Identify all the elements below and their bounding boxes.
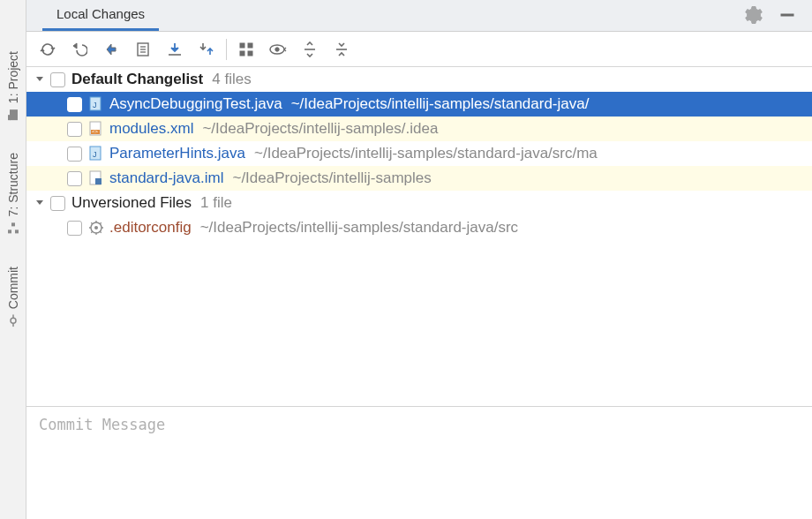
svg-rect-8 (781, 14, 793, 16)
commit-message-input[interactable] (26, 407, 812, 519)
svg-rect-16 (240, 51, 244, 56)
commit-message-panel (26, 406, 812, 519)
changelist-group-unversioned[interactable]: Unversioned Files 1 file (26, 191, 812, 215)
svg-rect-17 (248, 51, 252, 56)
checkbox[interactable] (50, 196, 65, 211)
svg-text:<>: <> (92, 129, 99, 134)
xml-file-icon: <> (88, 121, 104, 137)
file-row[interactable]: J AsyncDebuggingTest.java ~/IdeaProjects… (26, 92, 812, 117)
sidebar-label: Commit (6, 267, 20, 309)
toolbar (26, 32, 812, 67)
group-label: Default Changelist (71, 71, 203, 88)
structure-icon (7, 222, 19, 235)
svg-rect-2 (8, 230, 11, 234)
svg-point-32 (94, 226, 98, 229)
commit-icon (7, 314, 19, 327)
chevron-down-icon[interactable] (34, 73, 46, 86)
tab-right-actions (745, 0, 801, 31)
svg-rect-1 (8, 115, 11, 120)
sidebar-item-project[interactable]: 1: Project (6, 51, 20, 121)
java-class-icon: J (88, 146, 104, 162)
refresh-button[interactable] (32, 34, 64, 65)
file-path: ~/IdeaProjects/intellij-samples (232, 169, 431, 187)
file-row[interactable]: standard-java.iml ~/IdeaProjects/intelli… (26, 166, 812, 191)
main-panel: Local Changes (26, 0, 812, 519)
settings-icon[interactable] (745, 6, 763, 24)
java-class-icon: J (88, 96, 104, 112)
checkbox[interactable] (67, 97, 82, 112)
collapse-all-button[interactable] (326, 34, 357, 65)
file-row[interactable]: .editorconfig ~/IdeaProjects/intellij-sa… (26, 215, 812, 240)
sidebar-label: 7: Structure (6, 153, 20, 216)
file-name: AsyncDebuggingTest.java (109, 95, 282, 113)
file-path: ~/IdeaProjects/intellij-samples/standard… (254, 145, 598, 162)
svg-rect-30 (95, 178, 102, 184)
svg-rect-4 (11, 223, 15, 227)
file-name: standard-java.iml (109, 169, 223, 187)
sidebar-item-commit[interactable]: Commit (6, 267, 20, 327)
checkbox[interactable] (67, 147, 82, 162)
config-file-icon (88, 220, 104, 236)
svg-point-19 (275, 47, 279, 50)
changes-tree[interactable]: Default Changelist 4 files J AsyncDebugg… (26, 67, 812, 406)
checkbox[interactable] (50, 72, 65, 87)
sidebar-label: 1: Project (6, 51, 20, 103)
svg-rect-3 (15, 230, 19, 234)
toolbar-separator (226, 39, 227, 60)
file-path: ~/IdeaProjects/intellij-samples/.idea (202, 120, 438, 138)
svg-text:J: J (93, 101, 97, 109)
svg-text:J: J (93, 150, 97, 159)
tab-bar: Local Changes (26, 0, 812, 32)
tool-window-stripe: 1: Project 7: Structure Commit (0, 0, 26, 519)
checkbox[interactable] (67, 171, 82, 186)
group-by-button[interactable] (230, 34, 262, 65)
sidebar-item-structure[interactable]: 7: Structure (6, 153, 20, 234)
file-path: ~/IdeaProjects/intellij-samples/standard… (291, 95, 590, 113)
changelist-group-default[interactable]: Default Changelist 4 files (26, 67, 812, 92)
tab-local-changes[interactable]: Local Changes (42, 0, 159, 31)
rollback-button[interactable] (64, 34, 95, 65)
file-row[interactable]: <> modules.xml ~/IdeaProjects/intellij-s… (26, 117, 812, 141)
hide-icon[interactable] (778, 6, 796, 24)
checkbox[interactable] (67, 122, 82, 137)
shelve-button[interactable] (159, 34, 191, 65)
file-row[interactable]: J ParameterHints.java ~/IdeaProjects/int… (26, 141, 812, 166)
file-path: ~/IdeaProjects/intellij-samples/standard… (200, 219, 518, 237)
shelve-silently-button[interactable] (191, 34, 222, 65)
root: 1: Project 7: Structure Commit Local Cha… (0, 0, 812, 519)
group-count: 1 file (200, 194, 232, 212)
file-name: modules.xml (109, 120, 193, 138)
preview-diff-button[interactable] (262, 34, 294, 65)
group-label: Unversioned Files (71, 194, 192, 212)
group-count: 4 files (212, 71, 251, 88)
file-name: ParameterHints.java (109, 145, 245, 162)
diff-button[interactable] (95, 34, 127, 65)
project-icon (7, 109, 19, 121)
tab-label: Local Changes (56, 6, 145, 21)
file-name: .editorconfig (109, 219, 192, 237)
changelist-button[interactable] (127, 34, 159, 65)
expand-all-button[interactable] (294, 34, 326, 65)
svg-point-5 (11, 318, 16, 323)
svg-rect-14 (240, 43, 244, 48)
checkbox[interactable] (67, 221, 82, 236)
module-file-icon (88, 170, 104, 186)
svg-rect-15 (248, 43, 252, 48)
chevron-down-icon[interactable] (34, 197, 46, 209)
